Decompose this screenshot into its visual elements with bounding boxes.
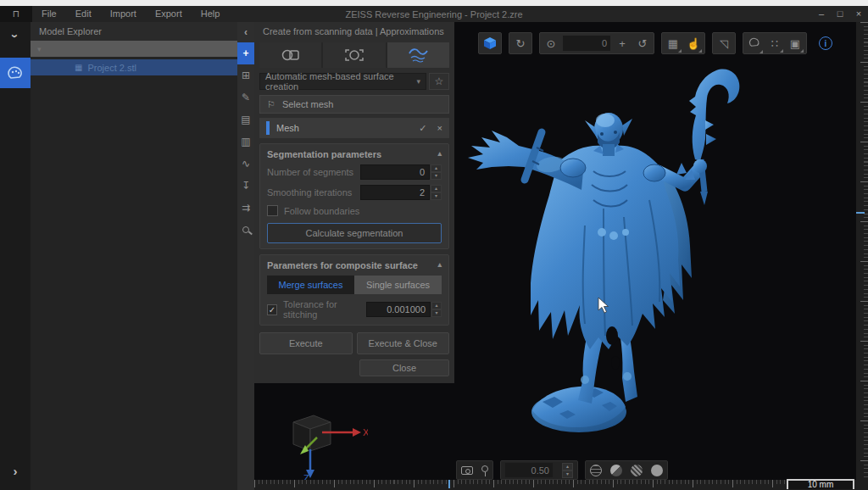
tool-search[interactable] [237,219,254,241]
controller-mode-button[interactable] [746,36,763,51]
spin-up-icon[interactable]: ▴ [431,302,442,309]
spin-up-icon[interactable]: ▴ [431,185,442,192]
point-size-field[interactable]: 0.50 [505,463,553,477]
spin-down-icon[interactable]: ▾ [562,471,573,478]
smoothing-input[interactable]: 2 [360,185,430,200]
scan-select-icon [342,47,366,63]
close-row: Close [259,359,449,376]
visibility-icon[interactable]: ⊙ [542,37,559,50]
function-panel: Create from scanning data | Approximatio… [254,22,454,383]
calculate-segmentation-button[interactable]: Calculate segmentation [267,223,442,243]
tool-create-surface[interactable]: + [237,42,254,64]
close-panel-button[interactable]: Close [359,359,449,376]
tolerance-input[interactable]: 0.001000 [366,302,431,317]
touch-mode-button[interactable]: ☝ [685,37,702,50]
shading-button[interactable]: ▣ [787,37,804,50]
maximize-button[interactable]: □ [831,6,849,22]
close-button[interactable]: × [849,6,868,22]
model-explorer-panel: Model Explorer ▾ ▦ Project 2.stl [31,22,237,490]
chevron-right-icon[interactable]: › [0,464,31,478]
chevron-down-icon[interactable]: › [8,21,23,52]
menu-file[interactable]: File [32,6,66,22]
rail-active-module[interactable] [0,58,31,88]
tool-create-primitive[interactable]: ⊞ [237,64,254,86]
ruler-marker-vertical [856,212,865,214]
point-size-spinner[interactable]: ▴ ▾ [562,463,573,478]
favorite-button[interactable]: ☆ [429,73,449,90]
tool-notes[interactable]: ▤ [237,109,254,131]
view-options-group: ▦ ☝ [661,32,705,54]
tool-curve[interactable]: ∿ [237,153,254,175]
menu-edit[interactable]: Edit [66,6,101,22]
menu-export[interactable]: Export [146,6,192,22]
light-button[interactable] [481,465,488,472]
chevron-down-icon: ▾ [416,77,420,86]
counter-field[interactable]: 0 [563,36,610,51]
info-button[interactable]: i [814,32,837,54]
execute-close-button[interactable]: Execute & Close [357,332,450,354]
follow-boundaries-checkbox[interactable] [267,205,278,216]
spin-up-icon[interactable]: ▴ [562,463,573,471]
tab-surface-primitives[interactable] [259,42,321,68]
tool-probe[interactable]: ↧ [237,175,254,197]
viewport-bottom-bar: 0.50 ▴ ▾ [456,460,668,480]
tolerance-label: Tolerance for stitching [283,299,366,320]
execute-row: Execute Execute & Close [259,332,449,354]
spin-up-icon[interactable]: ▴ [431,164,442,172]
spin-down-icon[interactable]: ▾ [431,192,442,200]
app-icon[interactable]: ⊓ [0,6,32,22]
rotate-ccw-icon[interactable]: ↺ [634,37,651,50]
view-cube-button[interactable] [478,32,502,54]
smoothing-spinner[interactable]: ▴ ▾ [431,185,442,200]
tree-group-row[interactable]: ▾ [31,41,237,57]
segments-spinner[interactable]: ▴ ▾ [431,164,442,180]
model-tree: ▾ ▦ Project 2.stl [31,41,237,490]
single-surfaces-option[interactable]: Single surfaces [354,276,442,294]
merge-surfaces-option[interactable]: Merge surfaces [267,276,354,294]
viewport[interactable]: Create from scanning data | Approximatio… [254,22,868,490]
pen-icon: ✎ [242,92,250,103]
tool-workflow[interactable]: ⇉ [237,197,254,219]
fit-view-button[interactable]: ◹ [712,32,736,54]
follow-boundaries-row: Follow boundaries [267,205,442,216]
tolerance-checkbox[interactable]: ✓ [267,304,277,315]
segmentation-section: Segmentation parameters ▴ Number of segm… [259,143,449,249]
rotate-cw-icon: ↻ [516,37,526,50]
pin-icon[interactable]: ▴ [437,260,442,270]
add-icon[interactable]: + [614,37,631,50]
tolerance-spinner[interactable]: ▴ ▾ [431,302,442,317]
minimize-button[interactable]: – [812,6,831,22]
tolerance-row: ✓ Tolerance for stitching 0.001000 ▴ ▾ [267,299,442,320]
segmentation-title: Segmentation parameters [267,149,381,159]
menu-help[interactable]: Help [192,6,230,22]
tab-surface-selection[interactable] [323,42,385,68]
mesh-selection-row[interactable]: Mesh ✓ × [259,118,449,138]
grid-view-button[interactable]: ▦ [665,37,682,50]
spin-down-icon[interactable]: ▾ [431,309,442,317]
orbit-button[interactable]: ↻ [509,32,532,54]
screenshot-button[interactable] [461,466,473,475]
tab-freeform-surface[interactable] [387,42,449,68]
material-wireframe-button[interactable] [590,465,602,476]
points-display-button[interactable]: ∷ [766,37,783,50]
tree-item-project[interactable]: ▦ Project 2.stl [31,59,237,75]
remove-icon[interactable]: × [437,123,442,134]
material-hatched-button[interactable] [631,465,643,476]
menu-import[interactable]: Import [101,6,146,22]
tool-draw[interactable]: ✎ [237,86,254,109]
probe-icon: ↧ [242,180,250,192]
tool-histogram[interactable]: ▥ [237,131,254,153]
spin-down-icon[interactable]: ▾ [431,172,442,180]
material-solid-button[interactable] [651,465,663,476]
pin-icon[interactable]: ▴ [437,149,442,159]
model-3d[interactable] [458,56,780,463]
flag-icon: ⚐ [267,99,275,110]
panel-collapse-button[interactable]: ‹ [237,22,254,42]
preset-dropdown[interactable]: Automatic mesh-based surface creation ▾ [259,73,426,90]
execute-button[interactable]: Execute [259,332,353,354]
confirm-icon[interactable]: ✓ [419,123,426,134]
material-half-button[interactable] [610,465,622,476]
segments-input[interactable]: 0 [360,164,430,180]
composite-section: Parameters for composite surface ▴ Merge… [259,254,449,326]
select-mesh-row[interactable]: ⚐ Select mesh [259,95,449,114]
